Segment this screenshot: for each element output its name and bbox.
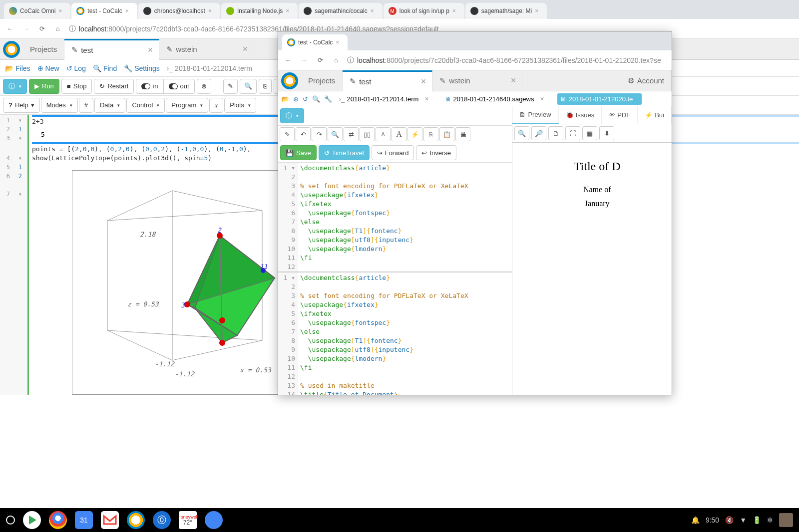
gmail-icon[interactable] bbox=[101, 511, 119, 529]
tex-editor-bottom[interactable]: 1 ▾234567891011121314\documentclass{arti… bbox=[278, 272, 512, 395]
accessibility-icon[interactable]: ✲ bbox=[767, 516, 773, 524]
back-icon[interactable]: ← bbox=[5, 24, 15, 34]
fullscreen-icon[interactable]: ⛶ bbox=[565, 126, 580, 140]
chrome-tab-2[interactable]: chronos@localhost× bbox=[138, 3, 220, 19]
files-button[interactable]: 📂Files bbox=[5, 64, 30, 72]
mute-icon[interactable]: 🔇 bbox=[725, 516, 734, 524]
chrome-tab-0[interactable]: CoCalc Omni× bbox=[4, 3, 70, 19]
control-menu[interactable]: Control bbox=[126, 98, 165, 113]
chrome-tab-5[interactable]: Mlook of sign in/up p× bbox=[384, 3, 464, 19]
file-tab-tex[interactable]: 🗎2018-01-01-212020.te bbox=[557, 93, 642, 105]
split-icon[interactable]: ▯▯ bbox=[360, 127, 375, 141]
back-icon[interactable]: ← bbox=[283, 55, 293, 65]
url-bar-w2[interactable]: ⓘ localhost:8000/projects/7c20dbf3-cca0-… bbox=[347, 56, 667, 65]
wrench-icon[interactable]: 🔧 bbox=[324, 95, 332, 103]
modes-menu[interactable]: Modes bbox=[41, 98, 78, 113]
home-icon[interactable]: ⌂ bbox=[331, 55, 341, 65]
wifi-icon[interactable]: ▼ bbox=[740, 516, 747, 524]
data-menu[interactable]: Data bbox=[94, 98, 125, 113]
search-button[interactable]: 🔍 bbox=[240, 79, 257, 94]
run-button[interactable]: ▶ Run bbox=[29, 79, 59, 94]
close-icon[interactable]: × bbox=[452, 7, 459, 14]
pdf-tab[interactable]: 👁 PDF bbox=[602, 106, 638, 124]
projects-tab[interactable]: Projects bbox=[301, 70, 343, 91]
x-button[interactable]: 𝑥 bbox=[209, 98, 223, 113]
delete-button[interactable]: ⊗ bbox=[197, 79, 211, 94]
projects-tab[interactable]: Projects bbox=[23, 39, 64, 60]
new-button[interactable]: ⊕New bbox=[37, 64, 59, 72]
playstore-icon[interactable] bbox=[23, 511, 41, 529]
close-icon[interactable]: × bbox=[424, 95, 428, 103]
plus-icon[interactable]: ⊕ bbox=[293, 95, 299, 103]
project-tab-test[interactable]: ✎test× bbox=[343, 70, 432, 91]
account-tab[interactable]: ⚙Account bbox=[621, 70, 672, 91]
close-icon[interactable]: × bbox=[243, 44, 248, 54]
in-toggle[interactable]: in bbox=[136, 79, 163, 94]
chrome-tab-6[interactable]: sagemath/sage: Mi× bbox=[465, 3, 547, 19]
close-icon[interactable]: × bbox=[286, 7, 293, 14]
folder-icon[interactable]: 📂 bbox=[281, 95, 289, 103]
chrome-tab-w2[interactable]: test - CoCalc× bbox=[282, 34, 348, 50]
timetravel-button[interactable]: ↺ TimeTravel bbox=[319, 145, 370, 160]
cocalc-app-icon[interactable] bbox=[127, 511, 145, 529]
help-menu[interactable]: ? Help ▾ bbox=[3, 98, 40, 113]
thermostat-icon[interactable]: Honeywell72° bbox=[179, 511, 197, 529]
grid-icon[interactable]: ▦ bbox=[582, 126, 597, 140]
save-button[interactable]: 💾 Save bbox=[280, 145, 317, 160]
close-icon[interactable]: × bbox=[540, 95, 544, 103]
file-tab-sagews[interactable]: 🗎2018-01-01-214640.sagews× bbox=[442, 93, 553, 105]
close-icon[interactable]: × bbox=[58, 7, 65, 14]
tex-editor-top[interactable]: 1 ▾23456789101112131415\documentclass{ar… bbox=[278, 163, 512, 271]
preview-tab[interactable]: 🗎 Preview bbox=[512, 106, 558, 124]
close-icon[interactable]: × bbox=[371, 7, 378, 14]
close-icon[interactable]: × bbox=[421, 76, 426, 87]
reload-icon[interactable]: ⟳ bbox=[37, 24, 47, 34]
history-icon[interactable]: ↺ bbox=[303, 95, 308, 103]
home-icon[interactable]: ⌂ bbox=[53, 24, 63, 34]
wand-icon[interactable]: ✎ bbox=[223, 79, 238, 94]
hash-button[interactable]: # bbox=[79, 98, 93, 113]
chrome-icon[interactable] bbox=[49, 511, 67, 529]
close-icon[interactable]: × bbox=[125, 7, 132, 14]
forward-icon[interactable]: → bbox=[21, 24, 31, 34]
zoom-in-icon[interactable]: 🔎 bbox=[531, 126, 546, 140]
close-icon[interactable]: × bbox=[336, 39, 343, 46]
close-icon[interactable]: × bbox=[148, 45, 153, 55]
close-icon[interactable]: × bbox=[535, 7, 542, 14]
download-icon[interactable]: ⬇ bbox=[599, 126, 614, 140]
breadcrumb[interactable]: ›_ 2018-01-01-212014.term bbox=[167, 64, 252, 72]
search-icon[interactable]: 🔍 bbox=[328, 127, 343, 141]
font-large-icon[interactable]: A bbox=[392, 127, 406, 141]
cocalc-logo-icon[interactable] bbox=[281, 72, 298, 89]
plot-3d[interactable]: 2.18 2 11 z = 0.53 3 -1.12 -1.12 x = 0.5… bbox=[72, 170, 312, 395]
forward-icon[interactable]: → bbox=[299, 55, 309, 65]
stop-button[interactable]: ■ Stop bbox=[61, 79, 92, 94]
calendar-icon[interactable]: 31 bbox=[75, 511, 93, 529]
avatar[interactable] bbox=[779, 513, 793, 527]
search-icon[interactable]: 🔍 bbox=[312, 95, 320, 103]
chrome-tab-4[interactable]: sagemathinc/cocalc× bbox=[299, 3, 382, 19]
copy-button[interactable]: ⎘ bbox=[259, 79, 272, 94]
cocalc-logo-icon[interactable] bbox=[3, 41, 20, 58]
page-icon[interactable]: 🗋 bbox=[548, 126, 563, 140]
undo-icon[interactable]: ↶ bbox=[296, 127, 311, 141]
notification-icon[interactable]: 🔔 bbox=[691, 516, 700, 524]
settings-button[interactable]: 🔧Settings bbox=[124, 64, 160, 72]
plots-menu[interactable]: Plots bbox=[224, 98, 256, 113]
pdf-preview[interactable]: Title of D Name of January bbox=[512, 143, 672, 395]
redo-icon[interactable]: ↷ bbox=[312, 127, 327, 141]
file-tab-term[interactable]: ›_2018-01-01-212014.term× bbox=[336, 93, 438, 105]
find-button[interactable]: 🔍Find bbox=[93, 64, 117, 72]
reload-icon[interactable]: ⟳ bbox=[315, 55, 325, 65]
issues-tab[interactable]: 🐞Issues bbox=[559, 106, 602, 124]
project-tab-wstein[interactable]: ✎wstein× bbox=[159, 39, 254, 60]
out-toggle[interactable]: out bbox=[163, 79, 195, 94]
log-button[interactable]: ↺Log bbox=[66, 64, 86, 72]
app-icon[interactable] bbox=[205, 511, 223, 529]
onepassword-icon[interactable]: ⓪ bbox=[153, 511, 171, 529]
close-icon[interactable]: × bbox=[511, 75, 516, 86]
chrome-tab-1[interactable]: test - CoCalc× bbox=[71, 3, 137, 19]
swap-icon[interactable]: ⇄ bbox=[344, 127, 359, 141]
forward-button[interactable]: ↪Forward bbox=[372, 145, 414, 160]
paste-icon[interactable]: 📋 bbox=[439, 127, 454, 141]
